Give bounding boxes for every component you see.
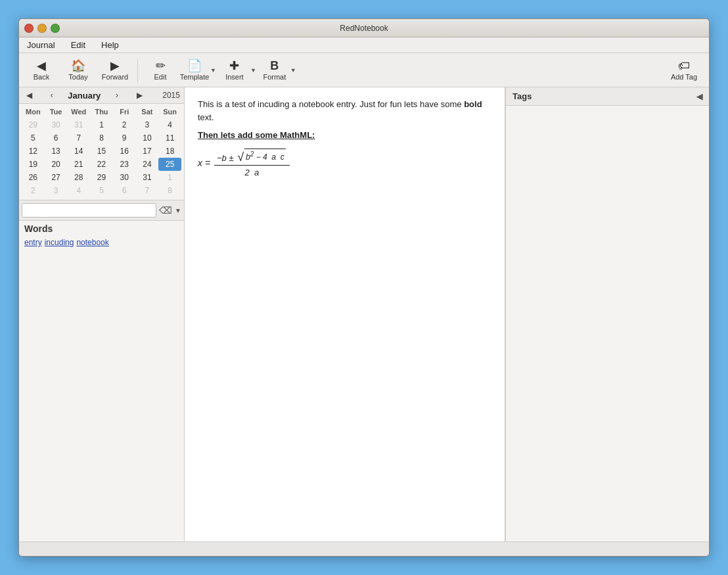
insert-arrow[interactable]: ▼: [249, 67, 258, 74]
cal-day[interactable]: 16: [113, 145, 136, 158]
cal-day[interactable]: 30: [45, 118, 68, 131]
maximize-button[interactable]: [51, 24, 60, 33]
cal-day[interactable]: 31: [67, 118, 90, 131]
cal-day[interactable]: 20: [45, 158, 68, 171]
cal-day[interactable]: 28: [67, 171, 90, 184]
radical-sign: √: [237, 151, 244, 163]
cal-day[interactable]: 6: [45, 131, 68, 145]
cal-day[interactable]: 10: [136, 131, 159, 145]
cal-day[interactable]: 24: [136, 158, 159, 171]
next-year-button[interactable]: ▶: [133, 90, 146, 101]
menu-help[interactable]: Help: [99, 39, 122, 51]
words-section: Words entry incuding notebook: [19, 221, 184, 541]
math-denominator: 2 a: [242, 166, 262, 179]
cal-day[interactable]: 2: [113, 118, 136, 131]
tags-header-label: Tags: [512, 91, 532, 101]
add-tag-button[interactable]: 🏷 Add Tag: [664, 55, 704, 85]
cal-day[interactable]: 29: [22, 118, 45, 131]
cal-week-6: 2 3 4 5 6 7 8: [22, 184, 181, 197]
editor-bold-word: bold: [464, 99, 482, 109]
tags-panel: Tags ◀: [505, 87, 709, 541]
math-formula: x = −b ± √b2 − 4 a c 2 a: [198, 149, 491, 179]
cal-day[interactable]: 8: [90, 131, 113, 145]
template-arrow[interactable]: ▼: [209, 67, 217, 74]
day-header-sun: Sun: [158, 106, 181, 117]
cal-day[interactable]: 1: [90, 118, 113, 131]
cal-day[interactable]: 1: [158, 171, 181, 184]
add-tag-label: Add Tag: [671, 73, 697, 81]
calendar-year-label: 2015: [162, 91, 180, 100]
cal-day[interactable]: 31: [136, 171, 159, 184]
radical: √b2 − 4 a c: [237, 149, 286, 163]
status-bar: [19, 541, 709, 556]
cal-day[interactable]: 4: [67, 184, 90, 197]
word-tag-incuding[interactable]: incuding: [45, 238, 74, 247]
tags-header: Tags ◀: [506, 87, 709, 106]
cal-day[interactable]: 13: [45, 145, 68, 158]
cal-day[interactable]: 3: [45, 184, 68, 197]
cal-day[interactable]: 11: [158, 131, 181, 145]
radical-content: b2 − 4 a c: [244, 149, 286, 163]
search-dropdown-button[interactable]: ▼: [175, 207, 181, 214]
cal-day[interactable]: 29: [90, 171, 113, 184]
cal-day[interactable]: 21: [67, 158, 90, 171]
cal-day[interactable]: 5: [90, 184, 113, 197]
back-label: Back: [34, 73, 49, 81]
forward-button[interactable]: ▶ Forward: [98, 55, 132, 85]
today-button[interactable]: 🏠 Today: [61, 55, 95, 85]
calendar-grid: Mon Tue Wed Thu Fri Sat Sun 29 30 31 1 2…: [19, 104, 184, 200]
word-tag-entry[interactable]: entry: [24, 238, 42, 247]
back-button[interactable]: ◀ Back: [24, 55, 58, 85]
word-tag-notebook[interactable]: notebook: [76, 238, 108, 247]
cal-day[interactable]: 27: [45, 171, 68, 184]
editor-area[interactable]: This is a test of incuding a notebook en…: [185, 87, 505, 541]
cal-day[interactable]: 14: [67, 145, 90, 158]
window-title: RedNotebook: [340, 24, 388, 33]
format-arrow[interactable]: ▼: [289, 67, 298, 74]
calendar-nav: ◀ ‹ January › ▶ 2015: [19, 87, 184, 104]
cal-week-4: 19 20 21 22 23 24 25: [22, 158, 181, 171]
cal-day[interactable]: 4: [158, 118, 181, 131]
insert-button[interactable]: ✚ Insert: [220, 55, 249, 85]
menu-journal[interactable]: Journal: [24, 39, 58, 51]
cal-day[interactable]: 19: [22, 158, 45, 171]
close-button[interactable]: [24, 24, 34, 33]
cal-day[interactable]: 7: [67, 131, 90, 145]
cal-day[interactable]: 23: [113, 158, 136, 171]
cal-day[interactable]: 9: [113, 131, 136, 145]
math-equals: x =: [198, 158, 213, 168]
forward-label: Forward: [102, 73, 128, 81]
home-icon: 🏠: [71, 60, 85, 72]
format-button[interactable]: B Format: [260, 55, 289, 85]
format-group: B Format ▼: [260, 55, 298, 85]
cal-day-selected[interactable]: 25: [158, 158, 181, 171]
cal-day[interactable]: 30: [113, 171, 136, 184]
cal-day[interactable]: 22: [90, 158, 113, 171]
tag-icon: 🏷: [678, 60, 690, 72]
cal-week-1: 29 30 31 1 2 3 4: [22, 118, 181, 131]
prev-month-button[interactable]: ‹: [47, 90, 57, 101]
minimize-button[interactable]: [37, 24, 47, 33]
insert-group: ✚ Insert ▼: [220, 55, 258, 85]
cal-day[interactable]: 5: [22, 131, 45, 145]
edit-button[interactable]: ✏ Edit: [143, 55, 177, 85]
cal-day[interactable]: 7: [136, 184, 159, 197]
cal-day[interactable]: 2: [22, 184, 45, 197]
search-clear-button[interactable]: ⌫: [159, 205, 172, 216]
cal-day[interactable]: 17: [136, 145, 159, 158]
next-month-button[interactable]: ›: [112, 90, 122, 101]
cal-day[interactable]: 15: [90, 145, 113, 158]
forward-icon: ▶: [110, 60, 120, 72]
search-input[interactable]: [22, 203, 156, 218]
tags-collapse-button[interactable]: ◀: [696, 92, 702, 101]
prev-year-button[interactable]: ◀: [23, 90, 35, 101]
cal-day[interactable]: 26: [22, 171, 45, 184]
template-button[interactable]: 📄 Template: [180, 55, 209, 85]
cal-day[interactable]: 12: [22, 145, 45, 158]
cal-day[interactable]: 6: [113, 184, 136, 197]
cal-day[interactable]: 3: [136, 118, 159, 131]
template-icon: 📄: [187, 60, 202, 72]
cal-day[interactable]: 18: [158, 145, 181, 158]
cal-day[interactable]: 8: [158, 184, 181, 197]
menu-edit[interactable]: Edit: [68, 39, 88, 51]
